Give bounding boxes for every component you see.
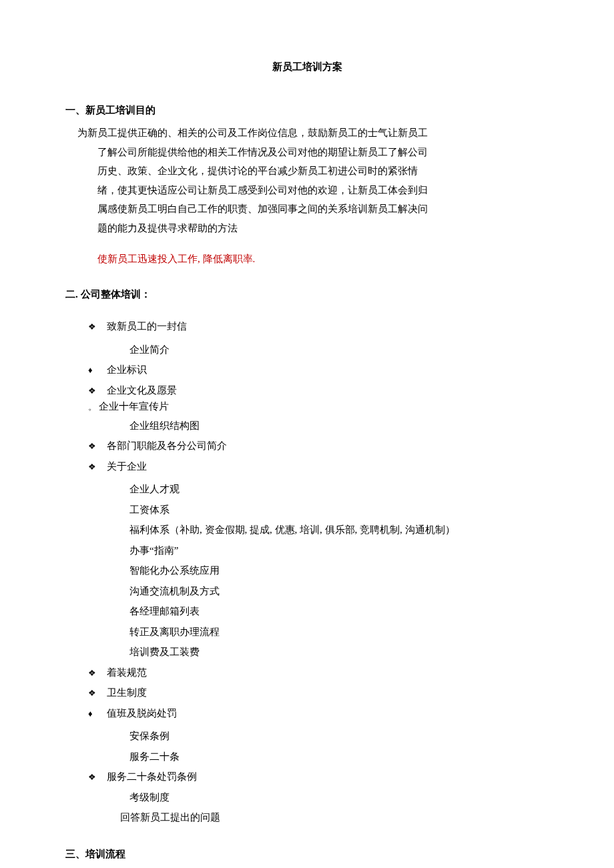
list-item: 转正及离职办理流程 [129,622,549,642]
list-item: 企业组织结构图 [129,416,549,436]
section-1-highlight: 使新员工迅速投入工作, 降低离职率. [97,250,549,269]
bullet-icon: ❖ [88,685,107,702]
list-item: ❖ 关于企业 [88,457,549,476]
bullet-icon: ❖ [88,769,107,786]
section-2-heading: 二. 公司整体培训： [65,285,549,304]
list-item: 企业人才观 [129,480,549,499]
section-2-list: ❖ 致新员工的一封信 企业简介 ♦ 企业标识 ❖ 企业文化及愿景 。 企业十年宣… [88,317,549,827]
section-1-body-line: 属感使新员工明白自己工作的职责、加强同事之间的关系培训新员工解决问 [97,199,543,219]
section-1-body-line: 题的能力及提供寻求帮助的方法 [97,219,543,238]
bullet-icon: ♦ [88,706,107,723]
section-1-heading: 一、新员工培训目的 [65,101,549,120]
list-item-text: 值班及脱岗处罚 [107,704,549,723]
list-item: ❖ 着装规范 [88,663,549,683]
list-item: ❖ 服务二十条处罚条例 [88,767,549,787]
list-item-text: 服务二十条处罚条例 [107,767,549,787]
list-item: ❖ 各部门职能及各分公司简介 [88,436,549,456]
section-1-body-line: 绪，使其更快适应公司让新员工感受到公司对他的欢迎，让新员工体会到归 [97,181,543,200]
list-item: 工资体系 [129,500,549,520]
list-item-text: 各部门职能及各分公司简介 [107,436,549,456]
list-item: 各经理邮箱列表 [129,602,549,621]
list-item: 。 企业十年宣传片 [88,397,549,416]
section-1-body-line: 历史、政策、企业文化，提供讨论的平台减少新员工初进公司时的紧张情 [97,161,543,181]
list-item-text: 企业标识 [107,360,549,380]
bullet-icon: ❖ [88,319,107,336]
section-1-body-line: 为新员工提供正确的、相关的公司及工作岗位信息，鼓励新员工的士气让新员工 [77,123,543,143]
bullet-icon: ❖ [88,438,107,455]
list-item: 智能化办公系统应用 [129,561,549,580]
bullet-icon: ❖ [88,459,107,476]
bullet-icon: ♦ [88,362,107,379]
list-item: 企业简介 [129,340,549,360]
bullet-icon: 。 [88,399,99,416]
section-1-body-line: 了解公司所能提供给他的相关工作情况及公司对他的期望让新员工了解公司 [97,143,543,162]
list-item: ♦ 企业标识 [88,360,549,380]
list-item: 安保条例 [129,727,549,746]
list-item: 办事“指南” [129,541,549,560]
document-title: 新员工培训方案 [65,57,549,77]
list-item: ♦ 值班及脱岗处罚 [88,704,549,723]
section-1-body: 为新员工提供正确的、相关的公司及工作岗位信息，鼓励新员工的士气让新员工 了解公司… [77,123,543,238]
document-page: 新员工培训方案 一、新员工培训目的 为新员工提供正确的、相关的公司及工作岗位信息… [0,0,614,868]
list-item: 回答新员工提出的问题 [120,808,549,827]
list-item: 沟通交流机制及方式 [129,582,549,601]
section-3-heading: 三、培训流程 [65,845,549,864]
bullet-icon: ❖ [88,665,107,682]
list-item: ❖ 致新员工的一封信 [88,317,549,336]
list-item: 考级制度 [129,788,549,807]
list-item-text: 卫生制度 [107,683,549,703]
list-item: 培训费及工装费 [129,642,549,662]
list-item-text: 着装规范 [107,663,549,683]
list-item-text: 企业十年宣传片 [99,397,549,416]
list-item: 服务二十条 [129,747,549,767]
list-item-text: 关于企业 [107,457,549,476]
list-item-text: 致新员工的一封信 [107,317,549,336]
list-item: ❖ 卫生制度 [88,683,549,703]
list-item: 福利体系（补助, 资金假期, 提成, 优惠, 培训, 俱乐部, 竞聘机制, 沟通… [129,520,549,540]
